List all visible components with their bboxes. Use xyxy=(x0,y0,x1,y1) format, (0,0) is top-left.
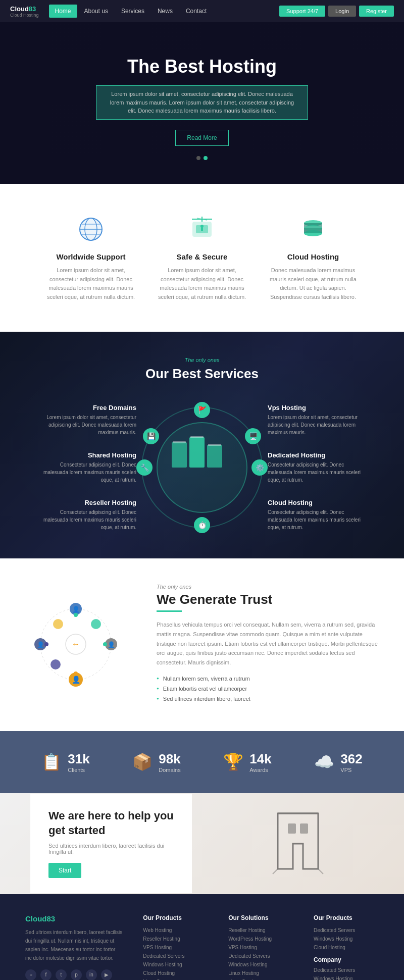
svg-rect-44 xyxy=(300,823,308,834)
footer-company-link-2[interactable]: Windows Hosting xyxy=(314,976,379,980)
services-inner-circle xyxy=(157,422,247,513)
svg-rect-22 xyxy=(190,436,204,438)
footer-company-title: Company xyxy=(314,956,379,963)
svg-point-5 xyxy=(80,218,102,240)
footer-link-reseller-hosting[interactable]: Reseller Hosting xyxy=(143,936,208,942)
clients-icon: 📋 xyxy=(41,752,62,771)
svg-rect-18 xyxy=(172,442,187,468)
nav-link-about[interactable]: About us xyxy=(78,5,114,18)
nav-buttons: Support 24/7 Login Register xyxy=(279,6,394,17)
register-button[interactable]: Register xyxy=(359,6,394,17)
cta-start-button[interactable]: Start xyxy=(48,863,81,878)
trust-section: 👤 👤 👤 👤 ↔ The o xyxy=(0,558,404,731)
footer-brand: Cloud83 Sed ultrices interdum libero, la… xyxy=(25,914,123,980)
footer-grid: Cloud83 Sed ultrices interdum libero, la… xyxy=(25,914,379,980)
service-reseller-hosting: Reseller Hosting Consectetur adipiscing … xyxy=(35,499,136,531)
trust-underline xyxy=(157,610,182,612)
service-dot-left: 🔧 xyxy=(136,459,153,476)
service-dot-right: ⚙️ xyxy=(251,459,268,476)
footer-socials: ○ f t p in ▶ xyxy=(25,969,123,980)
services-left-col: Free Domains Lorem ipsum dolor sit amet,… xyxy=(35,404,136,531)
footer-link-vps-hosting[interactable]: VPS Hosting xyxy=(143,945,208,950)
cta-text: Sed ultrices interdum libero, laoreet fa… xyxy=(48,843,174,855)
services-center-diagram: 🚩 ⚙️ ⏱️ 🔧 💾 🖥️ xyxy=(136,402,268,533)
shield-icon xyxy=(187,214,217,244)
hero-dot-2 xyxy=(204,156,208,160)
trust-text: Phasellus vehicula tempus orci vel conse… xyxy=(157,620,379,667)
hero-dot-1 xyxy=(196,156,200,160)
hero-description: Lorem ipsum dolor sit amet, consectetur … xyxy=(96,85,308,120)
footer-sol-link-5[interactable]: Windows Hosting xyxy=(228,962,293,967)
stat-vps: ☁️ 362 VPS xyxy=(293,751,384,773)
footer-social-circle[interactable]: ○ xyxy=(25,969,36,980)
feature-worldwide: Worldwide Support Lorem ipsum dolor sit … xyxy=(35,209,146,306)
features-section: Worldwide Support Lorem ipsum dolor sit … xyxy=(0,184,404,332)
nav-link-news[interactable]: News xyxy=(152,5,179,18)
trust-list-item-2: Etiam lobortis erat vel ullamcorper xyxy=(157,686,379,692)
footer-logo: Cloud83 xyxy=(25,914,123,923)
hero-read-more-button[interactable]: Read More xyxy=(175,130,228,146)
footer-prod2-link-3[interactable]: Cloud Hosting xyxy=(314,945,379,950)
svg-point-38 xyxy=(44,642,48,646)
stat-domains: 📦 98k Domains xyxy=(111,751,202,773)
trust-title: We Generate Trust xyxy=(157,592,379,607)
nav-link-contact[interactable]: Contact xyxy=(180,5,213,18)
footer-social-pinterest[interactable]: p xyxy=(71,969,82,980)
svg-text:👤: 👤 xyxy=(108,641,115,648)
navbar: Cloud83 Cloud Hosting Home About us Serv… xyxy=(0,0,404,22)
stats-section: 📋 31k Clients 📦 98k Domains 🏆 14k Awards… xyxy=(0,731,404,793)
footer-col-products-2: Our Products Dedicated Servers Windows H… xyxy=(314,914,379,980)
footer-link-dedicated-servers[interactable]: Dedicated Servers xyxy=(143,953,208,959)
feature-secure-title: Safe & Secure xyxy=(157,252,247,261)
support-button[interactable]: Support 24/7 xyxy=(279,6,325,17)
footer-col-solutions: Our Solutions Reseller Hosting WordPress… xyxy=(228,914,293,980)
stat-awards: 🏆 14k Awards xyxy=(202,751,293,773)
nav-links: Home About us Services News Contact xyxy=(49,5,280,18)
services-title: Our Best Services xyxy=(20,366,384,382)
service-free-domains: Free Domains Lorem ipsum dolor sit amet,… xyxy=(35,404,136,436)
footer-social-youtube[interactable]: ▶ xyxy=(101,969,112,980)
footer-link-windows-hosting[interactable]: Windows Hosting xyxy=(143,962,208,967)
feature-cloud-text: Donec malesuada lorem maximus mauris sce… xyxy=(268,266,359,301)
cta-section: We are here to help you get started Sed … xyxy=(0,793,404,894)
footer-link-web-hosting[interactable]: Web Hosting xyxy=(143,927,208,933)
footer-sol-link-6[interactable]: Linux Hosting xyxy=(228,970,293,976)
footer-link-cloud-hosting[interactable]: Cloud Hosting xyxy=(143,970,208,976)
svg-rect-21 xyxy=(173,441,186,443)
nav-link-services[interactable]: Services xyxy=(115,5,150,18)
svg-point-39 xyxy=(50,659,61,669)
svg-text:👤: 👤 xyxy=(72,605,80,613)
footer-sol-link-4[interactable]: Dedicated Servers xyxy=(228,953,293,959)
services-label: The only ones xyxy=(20,357,384,363)
footer-sol-link-1[interactable]: Reseller Hosting xyxy=(228,927,293,933)
trust-content: The only ones We Generate Trust Phasellu… xyxy=(157,584,379,705)
svg-point-36 xyxy=(103,642,107,646)
hero-dots xyxy=(196,156,208,160)
service-dedicated-hosting: Dedicated Hosting Consectetur adipiscing… xyxy=(268,451,369,484)
footer-sol-link-2[interactable]: WordPress Hosting xyxy=(228,936,293,942)
footer-social-linkedin[interactable]: in xyxy=(86,969,97,980)
footer-prod2-link-1[interactable]: Dedicated Servers xyxy=(314,927,379,933)
database-icon xyxy=(298,214,328,244)
footer-description: Sed ultrices interdum libero, laoreet fa… xyxy=(25,928,123,962)
svg-text:👤: 👤 xyxy=(37,641,44,648)
footer-prod2-link-2[interactable]: Windows Hosting xyxy=(314,936,379,942)
footer-social-facebook[interactable]: f xyxy=(40,969,52,980)
svg-rect-20 xyxy=(207,445,222,468)
trust-list: Nullam lorem sem, viverra a rutrum Etiam… xyxy=(157,676,379,702)
awards-icon: 🏆 xyxy=(223,752,243,771)
service-vps-hosting: Vps Hosting Lorem ipsum dolor sit amet, … xyxy=(268,404,369,436)
nav-link-home[interactable]: Home xyxy=(49,5,77,18)
svg-text:👤: 👤 xyxy=(72,676,81,684)
footer-sol-link-3[interactable]: VPS Hosting xyxy=(228,945,293,950)
footer-company-link-1[interactable]: Dedicated Servers xyxy=(314,967,379,973)
stat-clients-label: Clients xyxy=(68,767,89,773)
footer-col-1-title: Our Products xyxy=(143,914,208,921)
login-button[interactable]: Login xyxy=(328,6,356,17)
footer-social-twitter[interactable]: t xyxy=(56,969,67,980)
services-section: The only ones Our Best Services Free Dom… xyxy=(0,332,404,558)
hero-title: The Best Hosting xyxy=(127,56,277,77)
trust-list-item-1: Nullam lorem sem, viverra a rutrum xyxy=(157,676,379,682)
trust-diagram: 👤 👤 👤 👤 ↔ xyxy=(25,594,136,696)
stat-awards-label: Awards xyxy=(249,767,271,773)
